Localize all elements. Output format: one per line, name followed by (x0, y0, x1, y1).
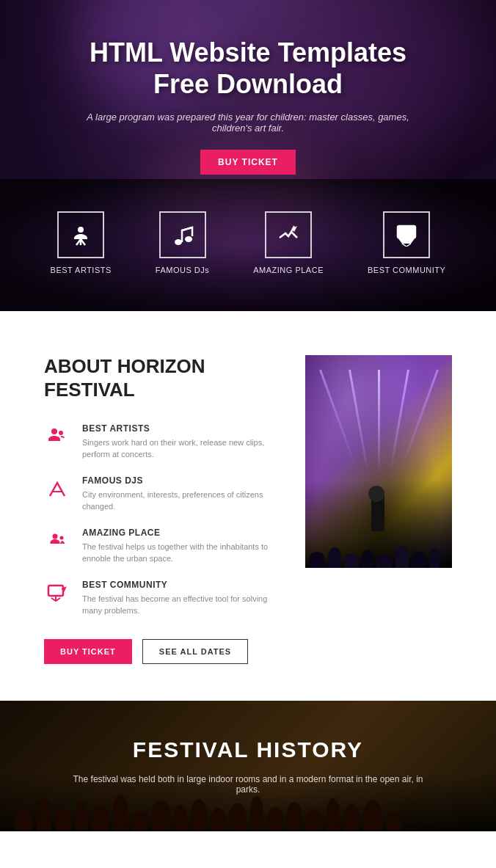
amazing-place-icon (265, 211, 312, 258)
about-best-community-text: The festival has become an effective too… (82, 593, 276, 617)
famous-djs-label: FAMOUS DJs (156, 266, 209, 274)
about-right (305, 355, 452, 663)
hero-icon-best-artists: BEST ARTISTS (51, 211, 112, 274)
about-amazing-place-icon (44, 528, 70, 554)
about-best-community-content: BEST COMMUNITY The festival has become a… (82, 580, 276, 617)
about-famous-djs-content: FAMOUS DJs City environment, interests, … (82, 475, 276, 513)
amazing-place-label: AMAZING PLACE (253, 266, 324, 274)
about-amazing-place-content: AMAZING PLACE The festival helps us toge… (82, 528, 276, 565)
contact-section: DROP A MESSAGE Phone: +1 (0) 000 0000 00… (0, 831, 496, 868)
best-community-icon (383, 211, 430, 258)
about-amazing-place-heading: AMAZING PLACE (82, 528, 276, 538)
hero-title: HTML Website Templates Free Download (72, 37, 424, 100)
about-item-best-artists: BEST ARTISTS Singers work hard on their … (44, 423, 276, 461)
hero-buy-ticket-button[interactable]: BUY TICKET (200, 150, 296, 175)
about-item-famous-djs: FAMOUS DJs City environment, interests, … (44, 475, 276, 513)
history-title: FESTIVAL HISTORY (72, 737, 424, 762)
history-subtitle: The festival was held both in large indo… (72, 774, 424, 795)
hero-icons-row: BEST ARTISTS FAMOUS DJs AMA (51, 211, 446, 289)
hero-icon-famous-djs: FAMOUS DJs (156, 211, 209, 274)
hero-icon-best-community: BEST COMMUNITY (368, 211, 445, 274)
about-item-amazing-place: AMAZING PLACE The festival helps us toge… (44, 528, 276, 565)
about-buy-ticket-button[interactable]: BUY TICKET (44, 639, 132, 664)
svg-point-4 (175, 239, 182, 245)
svg-point-10 (59, 431, 63, 435)
svg-point-0 (78, 227, 84, 233)
about-title: ABOUT HORIZON FESTIVAL (44, 355, 276, 401)
svg-rect-14 (48, 586, 63, 596)
hero-subtitle: A large program was prepared this year f… (72, 112, 424, 134)
about-concert-image (305, 355, 452, 568)
hero-icon-amazing-place: AMAZING PLACE (253, 211, 324, 274)
svg-point-5 (185, 236, 192, 242)
about-best-community-heading: BEST COMMUNITY (82, 580, 276, 590)
about-see-dates-button[interactable]: SEE ALL DATES (142, 639, 248, 664)
about-amazing-place-text: The festival helps us together with the … (82, 541, 276, 565)
about-best-artists-text: Singers work hard on their work, release… (82, 437, 276, 461)
about-famous-djs-text: City environment, interests, preferences… (82, 489, 276, 513)
hero-section: HTML Website Templates Free Download A l… (0, 0, 496, 311)
svg-point-9 (51, 428, 57, 434)
about-best-artists-icon (44, 423, 70, 450)
svg-point-12 (53, 533, 58, 539)
about-best-artists-heading: BEST ARTISTS (82, 423, 276, 434)
best-artists-label: BEST ARTISTS (51, 266, 112, 274)
about-famous-djs-icon (44, 475, 70, 502)
history-section: FESTIVAL HISTORY The festival was held b… (0, 701, 496, 831)
about-item-best-community: BEST COMMUNITY The festival has become a… (44, 580, 276, 617)
about-left: ABOUT HORIZON FESTIVAL BEST ARTISTS Sing… (44, 355, 276, 663)
about-best-artists-content: BEST ARTISTS Singers work hard on their … (82, 423, 276, 461)
about-section: ABOUT HORIZON FESTIVAL BEST ARTISTS Sing… (0, 311, 496, 700)
about-list: BEST ARTISTS Singers work hard on their … (44, 423, 276, 617)
about-famous-djs-heading: FAMOUS DJs (82, 475, 276, 486)
best-community-label: BEST COMMUNITY (368, 266, 445, 274)
best-artists-icon (57, 211, 104, 258)
about-best-community-icon (44, 580, 70, 606)
svg-point-13 (60, 536, 64, 539)
about-buttons: BUY TICKET SEE ALL DATES (44, 639, 276, 664)
famous-djs-icon (159, 211, 206, 258)
svg-line-6 (182, 227, 192, 230)
